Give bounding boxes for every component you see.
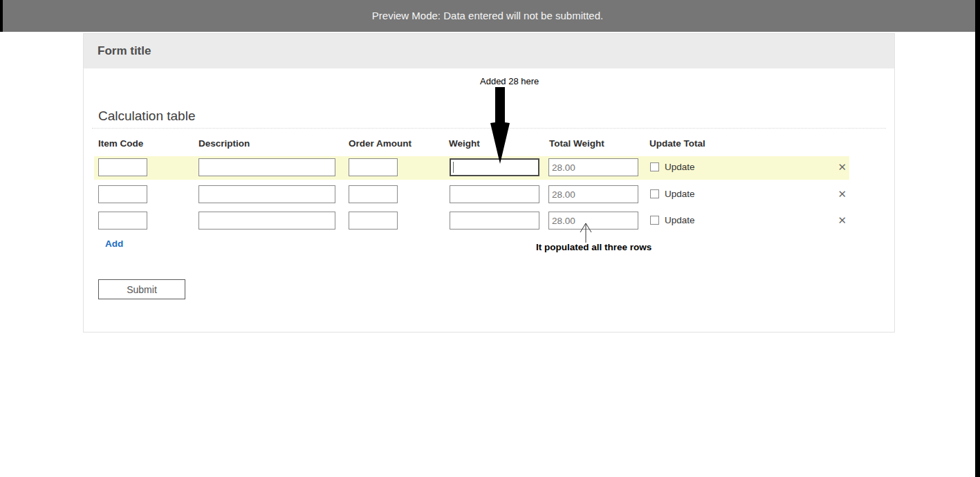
- preview-mode-text: Preview Mode: Data entered will not be s…: [0, 0, 975, 32]
- form-header: Form title: [84, 34, 894, 68]
- preview-mode-banner: Preview Mode: Data entered will not be s…: [0, 0, 975, 32]
- item-code-input[interactable]: [98, 158, 147, 176]
- section-title: Calculation table: [98, 109, 195, 124]
- annotation-added-28: Added 28 here: [480, 76, 539, 86]
- update-checkbox-label: Update: [665, 162, 695, 172]
- table-row: Update ✕: [94, 156, 849, 180]
- up-arrow-icon: [578, 222, 593, 244]
- column-header-order-amount: Order Amount: [349, 138, 412, 149]
- description-input[interactable]: [198, 158, 335, 176]
- down-arrow-icon: [488, 87, 512, 165]
- order-amount-input[interactable]: [349, 185, 398, 203]
- total-weight-input[interactable]: [548, 158, 638, 176]
- screen-right-edge: [975, 0, 980, 477]
- remove-row-icon[interactable]: ✕: [838, 160, 847, 174]
- remove-row-icon[interactable]: ✕: [838, 214, 847, 227]
- order-amount-input[interactable]: [349, 212, 398, 230]
- order-amount-input[interactable]: [349, 158, 398, 176]
- update-checkbox-label: Update: [665, 189, 695, 199]
- update-checkbox[interactable]: [650, 216, 659, 225]
- item-code-input[interactable]: [98, 185, 147, 203]
- total-weight-input[interactable]: [548, 212, 638, 230]
- table-row: Update ✕: [94, 209, 849, 233]
- annotation-populated-rows: It populated all three rows: [536, 242, 651, 252]
- add-row-link[interactable]: Add: [105, 238, 123, 249]
- update-checkbox[interactable]: [650, 189, 659, 198]
- column-header-item-code: Item Code: [98, 138, 143, 149]
- table-row: Update ✕: [94, 183, 849, 207]
- update-checkbox-label: Update: [665, 215, 695, 225]
- text-cursor: [453, 162, 454, 173]
- submit-button[interactable]: Submit: [98, 279, 185, 299]
- form-title: Form title: [98, 34, 151, 68]
- description-input[interactable]: [198, 212, 335, 230]
- total-weight-input[interactable]: [548, 185, 638, 203]
- update-checkbox[interactable]: [650, 162, 659, 171]
- column-header-total-weight: Total Weight: [549, 138, 604, 149]
- column-header-description: Description: [198, 138, 250, 149]
- remove-row-icon[interactable]: ✕: [838, 187, 847, 201]
- weight-input[interactable]: [450, 212, 539, 230]
- column-header-weight: Weight: [449, 138, 480, 149]
- item-code-input[interactable]: [98, 212, 147, 230]
- column-header-update-total: Update Total: [649, 138, 705, 149]
- weight-input[interactable]: [450, 185, 539, 203]
- description-input[interactable]: [198, 185, 335, 203]
- banner-left-edge: [0, 0, 3, 32]
